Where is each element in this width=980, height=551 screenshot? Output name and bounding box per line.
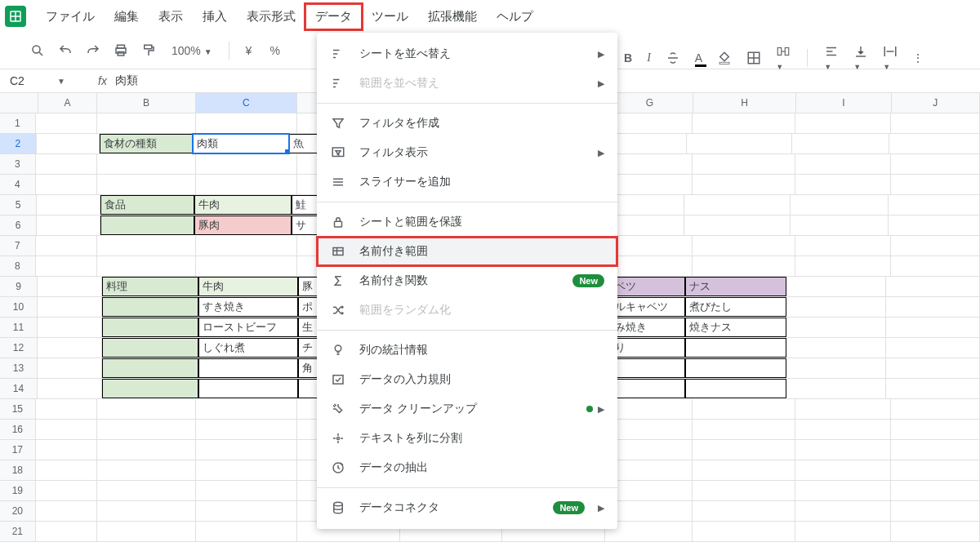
cell[interactable]: [605, 236, 693, 256]
cell[interactable]: [36, 256, 98, 277]
cell[interactable]: 煮びたし: [685, 297, 786, 317]
cell[interactable]: [684, 195, 790, 216]
cell[interactable]: [605, 522, 693, 542]
cell[interactable]: [97, 481, 195, 501]
menu-item-テキストを列に分割[interactable]: テキストを列に分割: [317, 424, 617, 453]
column-header-J[interactable]: J: [892, 93, 980, 113]
cell[interactable]: [891, 420, 980, 440]
cell[interactable]: [693, 113, 795, 134]
row-header-18[interactable]: 18: [0, 460, 36, 481]
menu-item-シートと範囲を保護[interactable]: シートと範囲を保護: [317, 207, 617, 237]
cell[interactable]: [693, 256, 795, 277]
cell[interactable]: [37, 216, 100, 236]
cell[interactable]: [100, 216, 194, 235]
cell[interactable]: [36, 460, 98, 481]
cell[interactable]: 牛肉: [198, 277, 298, 296]
cell[interactable]: [97, 113, 195, 134]
cell[interactable]: [693, 501, 795, 522]
cell[interactable]: [795, 460, 891, 481]
cell[interactable]: [38, 358, 102, 379]
row-header-6[interactable]: 6: [0, 216, 37, 236]
cell[interactable]: [97, 501, 195, 522]
cell[interactable]: [795, 522, 891, 542]
cell[interactable]: [795, 256, 891, 277]
cell[interactable]: ナス: [685, 277, 786, 296]
menu-表示[interactable]: 表示: [149, 4, 193, 29]
cell[interactable]: [786, 318, 887, 338]
currency-button[interactable]: ¥: [243, 44, 256, 57]
cell[interactable]: [196, 113, 297, 134]
cell[interactable]: [891, 440, 980, 460]
cell[interactable]: [687, 134, 792, 154]
cell[interactable]: [693, 460, 795, 481]
cell[interactable]: [889, 195, 980, 216]
cell[interactable]: [36, 481, 98, 501]
cell[interactable]: [36, 522, 98, 542]
cell[interactable]: [795, 420, 891, 440]
menu-item-フィルタ表示[interactable]: フィルタ表示▶: [317, 138, 617, 167]
cell[interactable]: [795, 440, 891, 460]
cell[interactable]: [792, 134, 889, 154]
cell[interactable]: [605, 501, 693, 522]
cell[interactable]: [605, 440, 693, 460]
cell[interactable]: [102, 338, 198, 358]
cell[interactable]: すき焼き: [198, 297, 298, 317]
cell[interactable]: 食材の種類: [100, 134, 193, 153]
cell[interactable]: [685, 358, 786, 378]
cell[interactable]: [97, 175, 195, 195]
row-header-20[interactable]: 20: [0, 501, 36, 522]
cell[interactable]: [196, 236, 297, 256]
cell[interactable]: [693, 154, 795, 175]
menu-item-シートを並べ替え[interactable]: シートを並べ替え▶: [317, 39, 617, 69]
row-header-21[interactable]: 21: [0, 522, 36, 542]
cell[interactable]: [605, 481, 693, 501]
cell[interactable]: [791, 216, 889, 236]
menu-拡張機能[interactable]: 拡張機能: [418, 4, 487, 29]
cell[interactable]: [795, 501, 891, 522]
cell[interactable]: [605, 175, 693, 195]
column-header-A[interactable]: A: [38, 93, 98, 113]
column-header-C[interactable]: C: [196, 93, 297, 113]
bold-button[interactable]: B: [624, 51, 632, 64]
cell[interactable]: [605, 256, 693, 277]
row-header-8[interactable]: 8: [0, 256, 36, 277]
cell[interactable]: [196, 256, 297, 277]
row-header-13[interactable]: 13: [0, 358, 38, 379]
undo-icon[interactable]: [57, 42, 74, 59]
cell[interactable]: [38, 338, 102, 358]
text-color-icon[interactable]: A: [695, 51, 702, 64]
row-header-12[interactable]: 12: [0, 338, 38, 358]
cell[interactable]: [886, 297, 980, 318]
column-header-H[interactable]: H: [693, 93, 796, 113]
row-header-14[interactable]: 14: [0, 379, 38, 399]
row-header-10[interactable]: 10: [0, 297, 38, 318]
cell[interactable]: [891, 113, 980, 134]
cell[interactable]: 焼きナス: [685, 318, 786, 337]
cell[interactable]: [36, 440, 98, 460]
cell[interactable]: [891, 501, 980, 522]
cell[interactable]: [38, 277, 102, 297]
formula-bar[interactable]: 肉類: [115, 73, 138, 88]
column-header-B[interactable]: B: [97, 93, 195, 113]
cell[interactable]: [38, 379, 102, 399]
fill-color-icon[interactable]: [717, 51, 732, 65]
cell[interactable]: [605, 420, 693, 440]
row-header-15[interactable]: 15: [0, 399, 36, 420]
search-icon[interactable]: [29, 42, 46, 59]
cell[interactable]: [97, 236, 195, 256]
cell[interactable]: [196, 154, 297, 175]
row-header-7[interactable]: 7: [0, 236, 36, 256]
cell[interactable]: [97, 440, 195, 460]
cell[interactable]: [886, 318, 980, 338]
row-header-2[interactable]: 2: [0, 134, 37, 154]
cell[interactable]: [196, 481, 297, 501]
cell[interactable]: [38, 297, 102, 318]
cell[interactable]: [891, 481, 980, 501]
cell[interactable]: [795, 236, 891, 256]
row-header-17[interactable]: 17: [0, 440, 36, 460]
cell[interactable]: [685, 338, 786, 358]
cell[interactable]: 料理: [102, 277, 198, 296]
cell[interactable]: [891, 256, 980, 277]
row-header-5[interactable]: 5: [0, 195, 37, 216]
select-all-corner[interactable]: [0, 93, 38, 113]
